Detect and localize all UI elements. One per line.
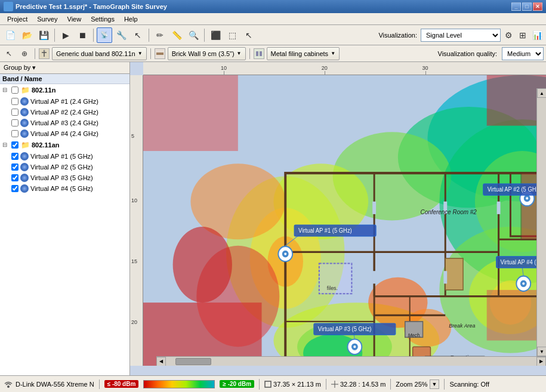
svg-point-65 xyxy=(353,345,356,348)
check-ap-80211an-4[interactable] xyxy=(11,185,18,192)
check-ap-80211n-3[interactable] xyxy=(11,119,18,126)
select2-arrow[interactable]: ⊕ xyxy=(18,47,31,60)
band-80211n-row[interactable]: ⊟ 📁 802.11n xyxy=(0,84,129,96)
scroll-thumb-h[interactable] xyxy=(175,358,211,365)
expand-80211an[interactable]: ⊟ xyxy=(2,141,10,149)
export-button[interactable]: 📊 xyxy=(530,29,544,42)
select-arrow[interactable]: ↖ xyxy=(2,47,16,60)
scroll-down-button[interactable]: ▼ xyxy=(537,347,546,356)
scrollbar-horizontal[interactable]: ◀ ▶ xyxy=(156,356,546,366)
svg-point-87 xyxy=(7,385,10,388)
main-area: Group by ▾ Band / Name ⊟ 📁 802.11n Virtu… xyxy=(0,62,546,375)
svg-rect-48 xyxy=(443,271,447,283)
select-button[interactable]: ✏ xyxy=(152,27,168,43)
ap-button[interactable]: 🔧 xyxy=(113,27,129,43)
ap-80211n-3-row[interactable]: Virtual AP #3 (2.4 GHz) xyxy=(0,118,129,128)
zoom-button[interactable]: 🔍 xyxy=(186,27,201,43)
save-button[interactable]: 💾 xyxy=(36,27,51,43)
ap-80211n-4-icon xyxy=(20,129,29,138)
sep-s2 xyxy=(326,379,326,390)
menu-help[interactable]: Help xyxy=(119,15,143,23)
sep-s3 xyxy=(390,379,391,390)
ap-80211an-1-label: Virtual AP #1 (5 GHz) xyxy=(30,153,93,160)
ap-80211an-4-row[interactable]: Virtual AP #4 (5 GHz) xyxy=(0,183,129,194)
signal-scale xyxy=(143,380,215,388)
viz-toggle-button[interactable]: ⊞ xyxy=(516,29,529,42)
minimize-button[interactable]: _ xyxy=(511,2,521,11)
device-name: D-Link DWA-556 Xtreme N xyxy=(16,381,94,388)
open-button[interactable]: 📂 xyxy=(19,27,35,43)
check-80211n[interactable] xyxy=(11,87,18,94)
cursor-value: 32.28 : 14.53 m xyxy=(340,381,385,388)
check-ap-80211n-1[interactable] xyxy=(11,98,18,105)
scanning-value: Scanning: Off xyxy=(449,381,489,388)
menu-survey[interactable]: Survey xyxy=(32,15,62,23)
zoom-dropdown-button[interactable]: ▼ xyxy=(430,379,440,389)
map-viewport[interactable]: 10 m xyxy=(143,75,546,366)
check-ap-80211an-3[interactable] xyxy=(11,174,18,181)
menu-view[interactable]: View xyxy=(63,15,87,23)
ap-80211n-2-row[interactable]: Virtual AP #2 (2.4 GHz) xyxy=(0,107,129,118)
scroll-up-button[interactable]: ▲ xyxy=(537,88,546,98)
expand-80211n[interactable]: ⊟ xyxy=(2,87,10,94)
maximize-button[interactable]: □ xyxy=(522,2,532,11)
wall-label: Brick Wall 9 cm (3.5") xyxy=(172,50,235,57)
map-container[interactable]: 10 20 30 5 10 15 20 xyxy=(130,62,546,375)
check-80211an[interactable] xyxy=(11,141,18,149)
wall-select-button[interactable]: Brick Wall 9 cm (3.5") ▼ xyxy=(168,47,246,60)
tick-h-20 xyxy=(325,71,325,75)
ap-80211an-2-row[interactable]: Virtual AP #2 (5 GHz) xyxy=(0,162,129,172)
quality-select[interactable]: Low Medium High xyxy=(502,47,544,60)
ap-80211n-1-label: Virtual AP #1 (2.4 GHz) xyxy=(30,98,98,105)
ap-80211an-3-row[interactable]: Virtual AP #3 (5 GHz) xyxy=(0,172,129,183)
cursor-button[interactable]: ↖ xyxy=(130,27,146,43)
title-text: Predictive Test 1.ssprj* - TamoGraph Sit… xyxy=(16,3,511,10)
scrollbar-vertical[interactable]: ▲ ▼ xyxy=(536,88,546,356)
svg-text:Virtual AP #2 (5 GHz): Virtual AP #2 (5 GHz) xyxy=(488,186,541,193)
area-button[interactable]: ⬚ xyxy=(224,27,240,43)
svg-point-62 xyxy=(526,197,528,199)
svg-text:files.: files. xyxy=(327,285,338,291)
sep2 xyxy=(93,29,94,42)
viz-settings-button[interactable]: ⚙ xyxy=(502,29,515,42)
ap-80211n-4-row[interactable]: Virtual AP #4 (2.4 GHz) xyxy=(0,128,129,139)
ruler-vertical: 5 10 15 20 xyxy=(130,75,143,366)
band-name-header: Band / Name xyxy=(0,74,129,84)
antenna-select-button[interactable]: Generic dual band 802.11n ▼ xyxy=(52,47,147,60)
antenna-icon xyxy=(39,48,50,59)
stop-button[interactable]: ⏹ xyxy=(75,27,90,43)
scroll-left-button[interactable]: ◀ xyxy=(156,357,166,366)
check-ap-80211an-1[interactable] xyxy=(11,153,18,160)
ap-80211an-1-row[interactable]: Virtual AP #1 (5 GHz) xyxy=(0,151,129,162)
scroll-right-button[interactable]: ▶ xyxy=(536,357,546,366)
ap-80211n-1-row[interactable]: Virtual AP #1 (2.4 GHz) xyxy=(0,96,129,107)
predictive-button[interactable]: 📡 xyxy=(97,27,112,43)
window-controls[interactable]: _ □ ✕ xyxy=(511,2,542,11)
menu-settings[interactable]: Settings xyxy=(86,15,119,23)
obstacle-label: Metal filing cabinets xyxy=(271,50,329,57)
pointer-button[interactable]: ↖ xyxy=(241,27,257,43)
band-80211an-row[interactable]: ⊟ 📁 802.11an xyxy=(0,139,129,151)
svg-rect-49 xyxy=(372,202,376,214)
wall-draw-button[interactable]: ⬛ xyxy=(208,27,223,43)
ap-80211an-4-label: Virtual AP #4 (5 GHz) xyxy=(30,185,93,192)
group-by-header[interactable]: Group by ▾ xyxy=(0,62,129,74)
obstacle-dropdown-arrow: ▼ xyxy=(331,51,335,56)
check-ap-80211n-4[interactable] xyxy=(11,130,18,137)
close-button[interactable]: ✕ xyxy=(533,2,542,11)
folder-80211n-icon: 📁 xyxy=(20,85,30,95)
signal-high-badge: ≥ -20 dBm xyxy=(220,380,254,388)
visualization-select[interactable]: Signal Level Signal-to-Noise Ratio PHY R… xyxy=(421,29,501,42)
check-ap-80211n-2[interactable] xyxy=(11,109,18,116)
heatmap-svg: 10 m xyxy=(143,75,546,366)
new-button[interactable]: 📄 xyxy=(2,27,18,43)
measure-button[interactable]: 📏 xyxy=(169,27,184,43)
svg-rect-22 xyxy=(143,75,238,151)
menu-project[interactable]: Project xyxy=(2,15,32,23)
obstacle-select-button[interactable]: Metal filing cabinets ▼ xyxy=(267,47,340,60)
ap-80211n-4-label: Virtual AP #4 (2.4 GHz) xyxy=(30,130,98,137)
wall-icon xyxy=(155,48,165,59)
check-ap-80211an-2[interactable] xyxy=(11,163,18,171)
dimensions-value: 37.35 × 21.13 m xyxy=(273,381,321,388)
play-button[interactable]: ▶ xyxy=(58,27,73,43)
